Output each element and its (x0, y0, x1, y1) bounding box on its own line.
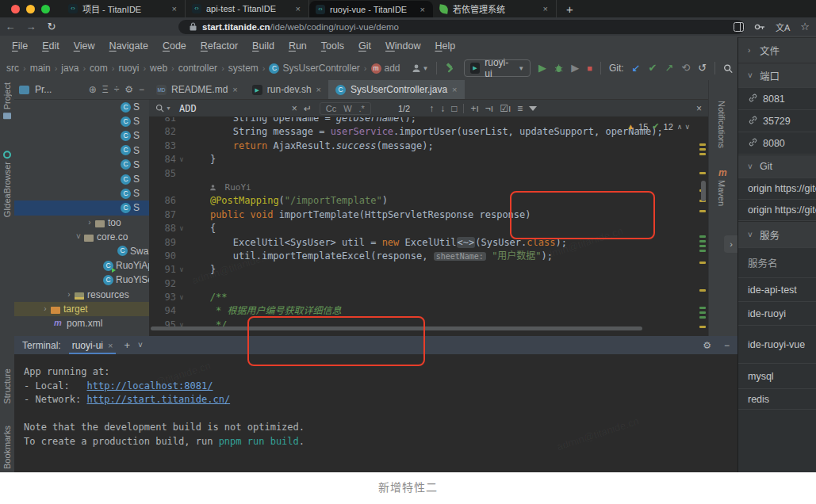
multiline-icon[interactable]: ≡ (517, 103, 523, 114)
stripe-chevron-icon[interactable]: › (724, 235, 738, 253)
tree-row[interactable]: ›target (14, 302, 149, 316)
filter-icon[interactable] (529, 106, 537, 111)
menu-item-code[interactable]: Code (155, 40, 193, 52)
new-terminal-icon[interactable]: + (124, 339, 130, 351)
menu-item-build[interactable]: Build (245, 40, 282, 52)
tree-row[interactable]: CS (14, 158, 149, 172)
tree-row[interactable]: CS (14, 186, 149, 200)
sidebar-row[interactable]: mysql (738, 364, 816, 389)
clear-search-icon[interactable]: × (292, 103, 297, 114)
tree-row[interactable]: CRuoYiSer (14, 273, 149, 287)
translate-icon[interactable]: 文A (776, 21, 790, 33)
breadcrumb-item[interactable]: system (228, 63, 259, 74)
run-button[interactable]: ▶ (538, 62, 546, 74)
new-tab-button[interactable]: + (557, 0, 583, 17)
search-toggle[interactable]: W (343, 104, 351, 113)
back-icon[interactable]: ← (0, 21, 21, 32)
tree-row[interactable]: ˅core.co (14, 230, 149, 244)
key-icon[interactable] (754, 22, 765, 32)
window-control-dot[interactable] (11, 5, 20, 13)
search-mode-icon[interactable]: ▼ (155, 104, 171, 113)
build-hammer-icon[interactable] (445, 63, 455, 74)
hide-panel-icon[interactable]: − (139, 84, 144, 95)
next-match-icon[interactable]: ↓ (440, 103, 445, 114)
tree-row[interactable]: ›resources (14, 287, 149, 301)
menu-item-tools[interactable]: Tools (314, 40, 351, 52)
tree-row[interactable]: CS (14, 143, 149, 158)
git-commit-icon[interactable]: ✔ (648, 62, 657, 74)
close-icon[interactable]: × (232, 85, 237, 94)
menu-item-edit[interactable]: Edit (35, 40, 67, 52)
port-row[interactable]: 8080 (738, 132, 816, 155)
editor-tab[interactable]: MDREADME.md× (149, 80, 245, 99)
exclude-occurrence-icon[interactable]: ¬ı (485, 103, 493, 114)
sidebar-row[interactable]: origin https://gitee (738, 200, 816, 221)
sidebar-row[interactable]: redis (738, 389, 816, 410)
stop-button[interactable]: ■ (587, 62, 592, 74)
settings-gear-icon[interactable]: ⚙ (125, 84, 133, 95)
editor-tab[interactable]: ▶run-dev.sh× (245, 80, 328, 99)
tree-row[interactable]: ›too (14, 216, 149, 230)
sidebar-section-Git[interactable]: ˅Git (738, 155, 816, 178)
terminal-tab[interactable]: ruoyi-ui × (69, 336, 117, 354)
vertical-scrollbar-thumb[interactable] (701, 181, 706, 201)
close-icon[interactable]: × (452, 85, 457, 94)
profile-icon[interactable]: ▼ (412, 63, 429, 73)
breadcrumb-item[interactable]: src (6, 63, 19, 74)
tree-row[interactable]: CS (14, 114, 149, 128)
locate-file-icon[interactable]: ⊕ (89, 84, 97, 95)
port-row[interactable]: 8081 (738, 88, 816, 110)
tool-window-structure[interactable]: Structure (0, 368, 14, 404)
close-icon[interactable]: × (316, 85, 321, 94)
close-icon[interactable]: × (108, 341, 113, 350)
close-icon[interactable]: × (419, 5, 427, 14)
newline-icon[interactable]: ↵ (304, 103, 312, 114)
coverage-button[interactable]: ▶ (571, 62, 579, 74)
tool-window-bookmarks[interactable]: Bookmarks (0, 426, 14, 469)
git-update-icon[interactable]: ↙ (632, 62, 641, 74)
select-all-matches-icon[interactable]: □ (451, 103, 457, 114)
prev-match-icon[interactable]: ↑ (429, 103, 434, 114)
tree-row[interactable]: CSwa (14, 244, 149, 258)
tree-row[interactable]: CS (14, 200, 149, 215)
close-icon[interactable]: × (294, 4, 302, 13)
search-toggle[interactable]: .* (359, 104, 365, 113)
reload-icon[interactable]: ↻ (41, 21, 62, 32)
menu-item-view[interactable]: View (67, 40, 102, 52)
tree-row[interactable]: mpom.xml (14, 316, 149, 330)
inspection-nav-arrows[interactable]: ∧∨ (677, 123, 692, 131)
window-control-dot[interactable] (26, 5, 35, 13)
menu-item-window[interactable]: Window (378, 40, 427, 52)
forward-icon[interactable]: → (21, 21, 41, 32)
browser-tab[interactable]: ‹›项目 - TitanIDE× (62, 0, 186, 17)
expand-all-icon[interactable]: Ξ (102, 84, 109, 95)
sidebar-row[interactable]: ide-ruoyi (738, 302, 816, 326)
tree-chevron-icon[interactable]: › (41, 304, 49, 313)
fold-marker-icon[interactable]: ∨ (176, 291, 187, 304)
fold-marker-icon[interactable]: ∨ (176, 153, 187, 166)
close-icon[interactable]: × (542, 4, 550, 13)
sidebar-row[interactable]: ide-ruoyi-vue (738, 326, 816, 364)
tool-window-notifications[interactable]: Notifications (717, 101, 726, 148)
breadcrumb-item[interactable]: com (90, 63, 108, 74)
bookmark-star-icon[interactable]: ☆ (800, 21, 810, 32)
fold-marker-icon[interactable]: ∨ (176, 222, 187, 235)
terminal-settings-gear-icon[interactable]: ⚙ (703, 340, 711, 351)
close-icon[interactable]: × (170, 4, 178, 13)
search-icon[interactable] (723, 63, 733, 74)
tree-row[interactable]: CS (14, 100, 149, 114)
menu-item-file[interactable]: File (5, 40, 35, 52)
sidebar-section-文件[interactable]: ›文件 (738, 37, 816, 63)
git-history-icon[interactable]: ⟲ (681, 62, 690, 74)
editor-tab[interactable]: CSysUserController.java× (328, 80, 464, 99)
browser-tab[interactable]: ‹›api-test - TitanIDE× (186, 0, 309, 17)
browser-tab[interactable]: 若依管理系统× (433, 0, 557, 17)
breadcrumb-item[interactable]: java (61, 63, 79, 74)
add-occurrence-icon[interactable]: +ı (470, 103, 478, 114)
sidebar-section-服务[interactable]: ˅服务 (738, 221, 816, 248)
breadcrumb-method[interactable]: add (385, 63, 400, 74)
debug-bug-icon[interactable] (554, 63, 563, 74)
terminal-link[interactable]: http://start.titanide.cn/ (86, 394, 230, 405)
tree-row[interactable]: CRuoYiApp (14, 258, 149, 273)
menu-item-run[interactable]: Run (282, 40, 314, 52)
